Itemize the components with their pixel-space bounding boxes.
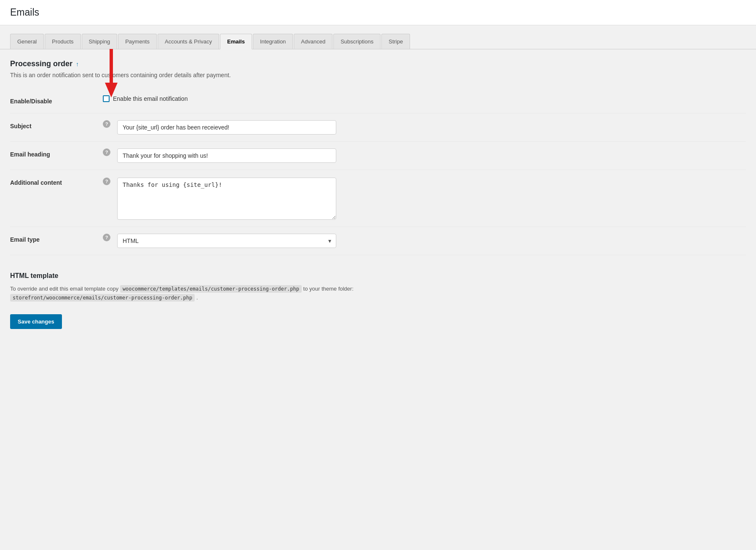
email-heading-label: Email heading [10, 142, 103, 170]
subject-label: Subject [10, 113, 103, 142]
tab-payments[interactable]: Payments [118, 34, 157, 49]
email-type-help-icon[interactable]: ? [103, 234, 110, 241]
html-template-description: To override and edit this email template… [10, 285, 746, 302]
tab-products[interactable]: Products [45, 34, 80, 49]
email-type-select-wrapper: HTML Plain text Multipart [117, 234, 336, 248]
additional-content-row: Additional content ? Thanks for using {s… [10, 170, 746, 227]
tab-navigation: General Products Shipping Payments Accou… [0, 25, 756, 49]
subject-field-wrapper: ? [103, 120, 746, 135]
enable-disable-label: Enable/Disable [10, 89, 103, 113]
email-heading-row: Email heading ? [10, 142, 746, 170]
enable-disable-field: Enable this email notification [103, 95, 746, 102]
email-type-label: Email type [10, 227, 103, 255]
email-heading-input[interactable] [117, 148, 336, 163]
html-template-desc-end: . [196, 294, 198, 301]
tab-subscriptions[interactable]: Subscriptions [333, 34, 381, 49]
tab-advanced[interactable]: Advanced [294, 34, 332, 49]
tab-general[interactable]: General [10, 34, 44, 49]
tab-emails[interactable]: Emails [220, 34, 252, 49]
enable-checkbox[interactable] [103, 95, 110, 102]
tab-accounts-privacy[interactable]: Accounts & Privacy [158, 34, 219, 49]
subject-row: Subject ? [10, 113, 746, 142]
email-type-select[interactable]: HTML Plain text Multipart [117, 234, 336, 248]
section-heading: Processing order ↑ [10, 59, 746, 68]
html-template-code2: storefront/woocommerce/emails/customer-p… [10, 294, 195, 302]
main-content: Processing order ↑ This is an order noti… [0, 49, 756, 429]
tab-shipping[interactable]: Shipping [82, 34, 118, 49]
upload-link[interactable]: ↑ [76, 61, 79, 67]
subject-input[interactable] [117, 120, 336, 135]
save-changes-button[interactable]: Save changes [10, 314, 62, 329]
html-template-code1: woocommerce/templates/emails/customer-pr… [120, 285, 302, 293]
email-type-row: Email type ? HTML Plain text Multipart [10, 227, 746, 255]
html-template-desc-start: To override and edit this email template… [10, 286, 118, 292]
tab-stripe[interactable]: Stripe [381, 34, 410, 49]
enable-checkbox-label[interactable]: Enable this email notification [103, 95, 746, 102]
page-title-bar: Emails [0, 0, 756, 25]
section-description: This is an order notification sent to cu… [10, 72, 746, 78]
email-heading-field-wrapper: ? [103, 148, 746, 163]
subject-help-icon[interactable]: ? [103, 120, 110, 128]
page-title: Emails [10, 7, 746, 18]
additional-content-textarea[interactable]: Thanks for using {site_url}! [117, 178, 336, 220]
tab-integration[interactable]: Integration [253, 34, 293, 49]
email-heading-help-icon[interactable]: ? [103, 148, 110, 156]
email-type-field-wrapper: ? HTML Plain text Multipart [103, 234, 746, 248]
additional-content-label: Additional content [10, 170, 103, 227]
enable-disable-row: Enable/Disable Enable this email notifi [10, 89, 746, 113]
additional-content-field-wrapper: ? Thanks for using {site_url}! [103, 177, 746, 220]
html-template-desc-middle: to your theme folder: [303, 286, 354, 292]
section-title: Processing order [10, 59, 72, 68]
settings-form: Enable/Disable Enable this email notifi [10, 89, 746, 255]
html-template-title: HTML template [10, 272, 746, 280]
enable-checkbox-text: Enable this email notification [113, 95, 188, 102]
additional-content-help-icon[interactable]: ? [103, 178, 110, 185]
html-template-section: HTML template To override and edit this … [10, 265, 746, 302]
